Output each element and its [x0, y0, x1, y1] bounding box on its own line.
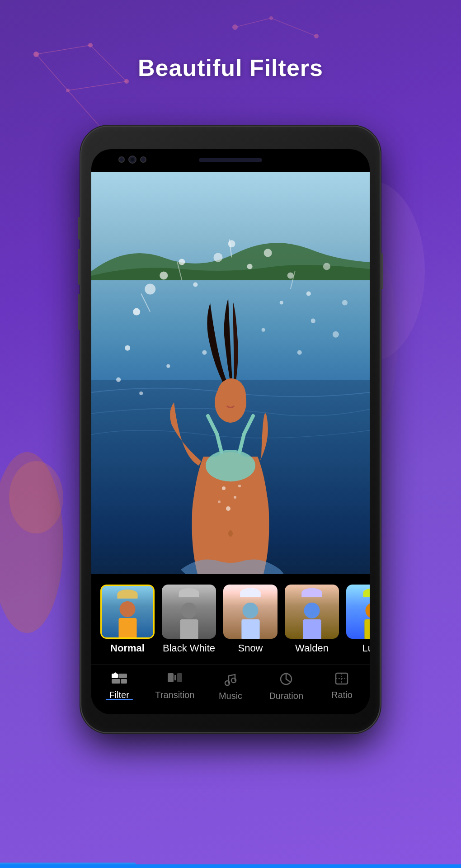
- filter-item-normal[interactable]: Normal: [100, 585, 155, 654]
- svg-line-13: [235, 18, 271, 27]
- photo-display: [91, 172, 370, 633]
- svg-line-70: [286, 679, 289, 681]
- svg-point-25: [226, 506, 230, 511]
- filter-thumb-bw[interactable]: [162, 585, 216, 639]
- svg-point-23: [222, 486, 226, 490]
- svg-marker-62: [113, 672, 118, 675]
- volume-up-button: [78, 217, 81, 240]
- filter-item-bw[interactable]: Black White: [162, 585, 216, 654]
- filter-label-lut2: Lut 2: [362, 642, 370, 654]
- sensor-dot: [140, 156, 146, 163]
- front-camera-area: [118, 156, 146, 164]
- filters-row: Normal Black White: [91, 579, 370, 660]
- svg-point-2: [66, 89, 70, 92]
- svg-rect-20: [0, 863, 136, 864]
- filter-label-bw: Black White: [163, 642, 215, 654]
- filter-thumb-lut2[interactable]: [346, 585, 370, 639]
- svg-rect-63: [168, 673, 174, 682]
- svg-line-9: [68, 90, 104, 131]
- svg-point-26: [238, 485, 241, 487]
- nav-label-transition: Transition: [155, 690, 194, 700]
- filter-thumb-snow[interactable]: [223, 585, 278, 639]
- svg-point-10: [232, 24, 238, 30]
- volume-down-button: [78, 249, 81, 285]
- nav-item-music[interactable]: Music: [202, 670, 258, 701]
- filter-label-walden: Walden: [295, 642, 329, 654]
- phone-container: Normal Black White: [81, 127, 380, 732]
- nav-label-duration: Duration: [269, 691, 303, 701]
- page-title: Beautiful Filters: [0, 54, 461, 81]
- filter-label-snow: Snow: [238, 642, 263, 654]
- music-icon: [224, 672, 237, 688]
- power-button: [380, 253, 383, 289]
- transition-icon: [168, 672, 182, 687]
- nav-label-music: Music: [219, 691, 242, 701]
- svg-point-27: [218, 500, 221, 503]
- filter-item-lut2[interactable]: Lut 2: [346, 585, 370, 654]
- svg-line-14: [271, 18, 316, 36]
- bixby-button: [78, 294, 81, 330]
- filter-item-snow[interactable]: Snow: [223, 585, 278, 654]
- svg-point-28: [228, 530, 233, 537]
- svg-rect-60: [112, 679, 120, 684]
- bottom-navigation: Filter Transition: [91, 665, 370, 714]
- svg-point-17: [0, 452, 63, 633]
- svg-point-22: [206, 450, 255, 481]
- selfie-camera-dot: [118, 156, 125, 163]
- svg-line-8: [68, 81, 127, 90]
- duration-icon: [279, 672, 293, 688]
- nav-item-duration[interactable]: Duration: [259, 670, 314, 701]
- svg-point-24: [234, 496, 236, 499]
- filter-icon: [112, 672, 127, 687]
- active-indicator: [108, 699, 131, 700]
- bottom-panel: Normal Black White: [91, 574, 370, 714]
- filter-label-normal: Normal: [110, 642, 145, 654]
- front-camera-lens: [128, 156, 136, 164]
- phone-screen: Normal Black White: [91, 149, 370, 714]
- nav-label-filter: Filter: [109, 690, 129, 700]
- ratio-icon: [335, 672, 348, 687]
- svg-point-1: [88, 43, 93, 47]
- filter-thumb-walden[interactable]: [285, 585, 339, 639]
- speaker-bar: [199, 158, 262, 162]
- nav-item-transition[interactable]: Transition: [147, 670, 202, 700]
- svg-rect-65: [177, 673, 182, 682]
- svg-rect-64: [174, 675, 176, 680]
- svg-line-5: [36, 45, 90, 54]
- filter-item-walden[interactable]: Walden: [285, 585, 339, 654]
- filter-thumb-normal[interactable]: [100, 585, 155, 639]
- svg-point-12: [314, 34, 319, 38]
- nav-item-ratio[interactable]: Ratio: [314, 670, 370, 700]
- svg-rect-59: [118, 674, 127, 678]
- nav-item-filter[interactable]: Filter: [91, 670, 147, 700]
- svg-rect-61: [121, 679, 127, 684]
- svg-rect-19: [0, 864, 461, 868]
- svg-point-18: [9, 461, 63, 533]
- svg-point-11: [269, 16, 273, 20]
- nav-label-ratio: Ratio: [331, 690, 353, 700]
